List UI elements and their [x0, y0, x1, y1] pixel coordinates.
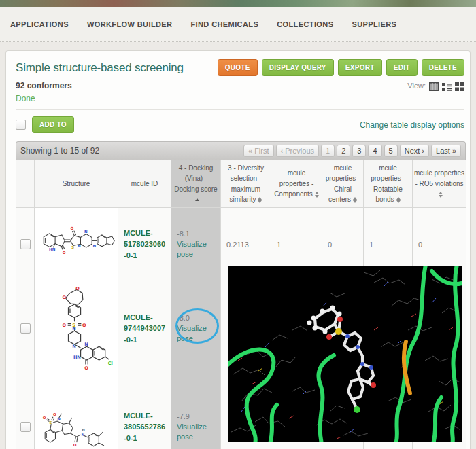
- oxygen-atom: [326, 334, 332, 340]
- showing-text: Showing 1 to 15 of 92: [20, 146, 99, 156]
- mcule-id-link[interactable]: MCULE-5178023060-0-1: [118, 208, 171, 281]
- protein-wireframe: [231, 270, 460, 436]
- sort-ascending-icon: [195, 198, 199, 201]
- svg-text:S: S: [49, 420, 52, 425]
- protein-ribbon: [228, 266, 462, 442]
- mcule-id-link[interactable]: MCULE-9744943007-0-1: [118, 281, 171, 376]
- pagination-last[interactable]: Last »: [431, 145, 461, 157]
- grid-view-icon[interactable]: [455, 82, 464, 90]
- sort-icon: [353, 197, 357, 203]
- svg-text:HN: HN: [49, 247, 56, 251]
- svg-text:O: O: [62, 295, 66, 300]
- delete-button[interactable]: DELETE: [422, 59, 464, 76]
- svg-text:N: N: [84, 342, 88, 347]
- conformer-count: 92 conformers: [16, 81, 72, 90]
- svg-text:O: O: [62, 322, 66, 327]
- nav-workflow-builder[interactable]: WORKFLOW BUILDER: [87, 20, 173, 29]
- header-mcule-id: mcule ID: [118, 160, 171, 208]
- svg-text:N: N: [93, 243, 97, 247]
- svg-text:N: N: [78, 244, 81, 248]
- sort-icon: [439, 192, 443, 198]
- table-view-icon[interactable]: [429, 82, 439, 90]
- header-components[interactable]: mcule properties - Components: [271, 160, 322, 208]
- pagination-next[interactable]: Next ›: [400, 145, 429, 157]
- ligand-atoms: [307, 306, 377, 414]
- status-text: Done: [16, 94, 464, 103]
- list-view-icon[interactable]: [442, 82, 452, 90]
- header-checkbox-column: [16, 160, 35, 208]
- svg-text:O: O: [43, 415, 46, 419]
- pagination-page-3[interactable]: 3: [352, 145, 366, 157]
- row-checkbox[interactable]: [20, 422, 31, 432]
- action-buttons: QUOTE DISPLAY QUERY EXPORT EDIT DELETE: [218, 59, 464, 76]
- docking-score-cell: -8.1 Visualize pose: [171, 208, 221, 281]
- mcule-screening-page: APPLICATIONS WORKFLOW BUILDER FIND CHEMI…: [0, 0, 476, 449]
- svg-text:O: O: [73, 443, 77, 447]
- edit-button[interactable]: EDIT: [386, 59, 418, 76]
- nav-find-chemicals[interactable]: FIND CHEMICALS: [190, 20, 258, 29]
- docking-score-value: -7.9: [177, 412, 190, 420]
- svg-text:O: O: [53, 412, 56, 416]
- select-all-checkbox[interactable]: [16, 120, 26, 130]
- header-diversity-similarity[interactable]: 3 - Diversity selection - maximum simila…: [221, 160, 271, 208]
- visualize-pose-link[interactable]: Visualize pose: [177, 422, 212, 442]
- svg-text:O: O: [84, 365, 88, 370]
- header-chiral-centers[interactable]: mcule properties - Chiral centers: [322, 160, 364, 208]
- sulfur-atom: [335, 328, 342, 335]
- header-rotatable-bonds[interactable]: mcule properties - Rotatable bonds: [364, 160, 413, 208]
- pagination-page-2[interactable]: 2: [337, 145, 350, 157]
- quote-button[interactable]: QUOTE: [218, 59, 258, 76]
- svg-text:N: N: [82, 433, 85, 437]
- blue-circle-annotation: [175, 308, 219, 344]
- docking-pose-3d-viewer[interactable]: [228, 266, 462, 442]
- row-checkbox[interactable]: [20, 239, 31, 249]
- top-color-banner: [0, 0, 476, 7]
- svg-text:Cl: Cl: [108, 360, 113, 365]
- structure-cell: HN O S O N N: [35, 208, 118, 281]
- structure-cell: O O S O O: [35, 281, 118, 376]
- visualize-pose-link[interactable]: Visualize pose: [177, 239, 212, 259]
- svg-text:O: O: [63, 251, 66, 255]
- export-button[interactable]: EXPORT: [338, 59, 382, 76]
- svg-text:S: S: [71, 245, 74, 249]
- oxygen-atom: [337, 317, 343, 322]
- pagination-page-1: 1: [321, 145, 335, 157]
- sort-icon: [396, 197, 401, 203]
- main-nav: APPLICATIONS WORKFLOW BUILDER FIND CHEMI…: [0, 7, 476, 42]
- header-structure: Structure: [35, 160, 118, 208]
- display-query-button[interactable]: DISPLAY QUERY: [262, 59, 334, 76]
- mcule-id-link[interactable]: MCULE-3805652786-0-1: [118, 376, 171, 449]
- docking-score-cell: -7.9 Visualize pose: [171, 376, 221, 449]
- svg-text:O: O: [75, 286, 80, 291]
- page-title: Simple structure-based screening: [16, 61, 184, 75]
- sort-icon: [258, 197, 262, 203]
- nitrogen-atom: [345, 334, 350, 338]
- header-docking-score[interactable]: 4 - Docking (Vina) - Docking score: [171, 160, 221, 208]
- svg-text:O: O: [82, 322, 86, 327]
- pagination-page-4[interactable]: 4: [368, 145, 381, 157]
- nitrogen-atom: [369, 365, 373, 370]
- svg-text:O: O: [71, 226, 74, 230]
- docking-score-value: -8.1: [177, 230, 190, 238]
- header-ro5-violations[interactable]: mcule properties - RO5 violations: [413, 160, 466, 208]
- structure-image[interactable]: O O S O O: [39, 286, 114, 372]
- nav-suppliers[interactable]: SUPPLIERS: [352, 20, 396, 29]
- chlorine-atom: [354, 406, 360, 413]
- nav-collections[interactable]: COLLECTIONS: [277, 20, 333, 29]
- svg-text:N: N: [84, 230, 88, 234]
- sort-icon: [315, 192, 319, 198]
- pagination-page-5[interactable]: 5: [384, 145, 398, 157]
- add-to-button[interactable]: ADD TO: [32, 116, 74, 133]
- svg-text:N: N: [72, 326, 75, 331]
- pagination-first: « First: [243, 145, 274, 157]
- svg-text:H: H: [82, 427, 85, 431]
- structure-image[interactable]: HN O S O N N: [36, 217, 116, 272]
- nitrogen-atom: [356, 345, 360, 349]
- structure-image[interactable]: S O O N O: [36, 401, 116, 449]
- nav-applications[interactable]: APPLICATIONS: [10, 20, 69, 29]
- oxygen-atom: [371, 382, 376, 388]
- pagination-previous: ‹ Previous: [276, 145, 320, 157]
- row-checkbox[interactable]: [20, 323, 31, 334]
- change-table-display-link[interactable]: Change table display options: [360, 120, 464, 130]
- table-status-bar: Showing 1 to 15 of 92 « First ‹ Previous…: [16, 141, 466, 160]
